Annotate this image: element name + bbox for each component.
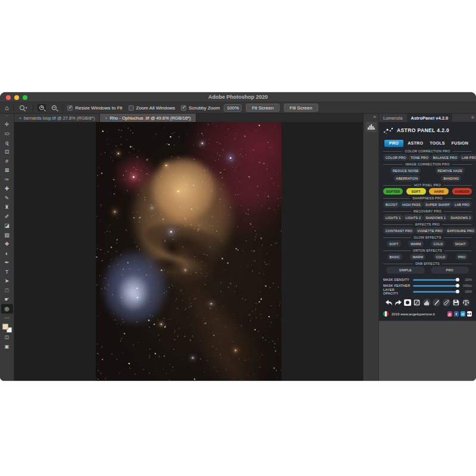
zoom-out-button[interactable]: − [50,104,58,111]
close-tab-icon[interactable]: × [19,116,21,120]
button-cold[interactable]: COLD [431,240,445,247]
button-lights-2[interactable]: LIGHTS 2 [403,214,424,221]
home-icon[interactable]: ⌂ [5,105,9,111]
button-shadows-1[interactable]: SHADOWS 1 [423,214,448,221]
maximize-window-button[interactable] [23,95,27,100]
panel-menu-icon[interactable]: ≡ [471,115,474,120]
quick-mask-icon[interactable]: ◫ [1,333,13,342]
button-cold[interactable]: COLD [434,253,448,260]
button-exposure-pro[interactable]: EXPOSURE PRO [445,227,476,234]
button-color-pro[interactable]: COLOR PRO [383,154,408,161]
zoom-in-button[interactable]: + [37,104,46,111]
tool-pen[interactable]: ✒ [1,258,13,268]
astro-tab-astro[interactable]: ASTRO [405,140,425,146]
undo-icon[interactable] [386,300,393,306]
credit-link[interactable]: 2019 www.angeloperrone.it [392,312,444,316]
canvas[interactable] [14,122,363,381]
close-tab-icon[interactable]: × [105,116,107,120]
button-basic[interactable]: BASIC [387,253,402,260]
flickr-icon[interactable] [467,311,472,317]
tool-object-selection[interactable]: ⊡ [1,148,13,157]
button-reduce-noise[interactable]: REDUCE NOISE [390,167,421,174]
button-soft[interactable]: SOFT [387,240,400,247]
document-tab[interactable]: ×Rho - Ophiuchus .tif @ 49.6% (RGB/16*) [100,114,196,122]
button-simple[interactable]: SIMPLE [386,267,425,274]
button-boost[interactable]: BOOST [383,201,400,208]
button-soft[interactable]: SOFT [406,188,426,195]
button-super-sharp[interactable]: SUPER SHARP [423,201,452,208]
panel-tab-lumenzia[interactable]: Lumenzia [379,114,407,122]
button-shadows-2[interactable]: SHADOWS 2 [448,214,473,221]
astro-tab-tools[interactable]: TOOLS [427,140,447,146]
close-window-button[interactable] [6,95,11,100]
slider-track[interactable] [413,285,459,287]
tool-crop[interactable]: # [1,156,13,166]
button-warm[interactable]: WARM [410,253,425,260]
instagram-icon[interactable] [447,311,453,317]
button-pro[interactable]: PRO [456,253,468,260]
astro-tab-fusion[interactable]: FUSION [449,140,471,146]
button-hard[interactable]: HARD [429,188,449,195]
tool-shape[interactable]: □ [1,286,13,295]
slider-track[interactable] [413,291,459,293]
zoom-tool-dropdown[interactable]: ▾ [18,104,29,111]
expand-panels-icon[interactable]: « [374,114,378,121]
button-pro[interactable]: PRO [431,267,469,274]
tool-brush[interactable]: ✎ [1,193,13,203]
tool-eyedropper[interactable]: ✑ [1,175,13,184]
button-high-pass[interactable]: HIGH PASS [400,201,423,208]
curves-icon[interactable] [413,299,421,306]
fill-screen-button[interactable]: Fill Screen [284,104,318,112]
tool-frame[interactable]: ⊠ [1,166,13,176]
button-tone-pro[interactable]: TONE PRO [408,154,431,161]
histogram-panel-button[interactable] [365,122,377,132]
zoom-percentage-field[interactable]: 100% [224,104,242,112]
button-lights-1[interactable]: LIGHTS 1 [383,214,403,221]
tool-marquee[interactable]: ▭ [1,129,13,139]
tool-healing-brush[interactable]: ✚ [1,184,13,194]
tool-lasso[interactable]: ɋ [1,138,13,148]
tool-hand[interactable]: ☛ [1,295,13,305]
option-checkbox-scrubby-zoom[interactable]: Scrubby Zoom [181,105,220,111]
tool-clone-stamp[interactable]: ♜ [1,203,13,212]
pencil-icon[interactable] [443,299,450,306]
tool-path-selection[interactable]: ➤ [1,277,13,286]
tool-zoom[interactable]: ◎ [1,304,13,314]
button-contrast-pro[interactable]: CONTRAST PRO [383,227,415,234]
fit-screen-button[interactable]: Fit Screen [246,104,279,112]
tool-eraser[interactable]: ◪ [1,221,13,231]
button-vignette-pro[interactable]: VIGNETTE PRO [415,227,445,234]
button-aberration[interactable]: ABERRATION [394,175,421,181]
minimize-window-button[interactable] [14,95,19,100]
redo-icon[interactable] [394,300,402,306]
option-checkbox-zoom-all-windows[interactable]: Zoom All Windows [129,105,176,111]
tool-blur[interactable]: ❖ [1,240,13,249]
panel-tab-astropanel-v4-2-0[interactable]: AstroPanel v4.2.0 [407,114,453,122]
scales-icon[interactable] [462,299,470,306]
mail-icon[interactable]: ✉ [461,311,466,317]
brush-icon[interactable] [433,299,440,306]
color-swatches[interactable] [2,324,12,333]
button-harder[interactable]: HARDER [452,188,472,195]
toolbar-grip-icon[interactable]: ” [7,115,8,120]
layer-mask-icon[interactable] [404,299,411,306]
slider-knob[interactable] [456,290,459,293]
button-lab-pro[interactable]: LAB PRO [452,201,472,208]
document-tab[interactable]: ×bernards loop.tif @ 27.8% (RGB/8*) [14,114,100,122]
slider-knob[interactable] [456,278,459,281]
button-night[interactable]: NIGHT [453,240,468,247]
facebook-icon[interactable]: f [454,311,459,317]
save-icon[interactable] [452,299,460,306]
slider-knob[interactable] [456,284,459,287]
option-checkbox-resize-windows-to-fit[interactable]: Resize Windows to Fit [67,105,122,111]
button-balance-pro[interactable]: BALANCE PRO [431,154,460,161]
tool-history-brush[interactable]: ✐ [1,212,13,221]
tool-dodge[interactable]: ◐ [1,249,13,258]
tool-type[interactable]: T [1,267,13,277]
button-softer[interactable]: SOFTER [383,188,403,195]
screen-mode-icon[interactable]: ▣ [1,342,13,352]
astro-tab-pro[interactable]: PRO [384,140,403,147]
button-remove-haze[interactable]: REMOVE HAZE [436,167,465,174]
slider-track[interactable] [413,279,459,281]
button-lab-pro[interactable]: LAB PRO [459,154,476,161]
